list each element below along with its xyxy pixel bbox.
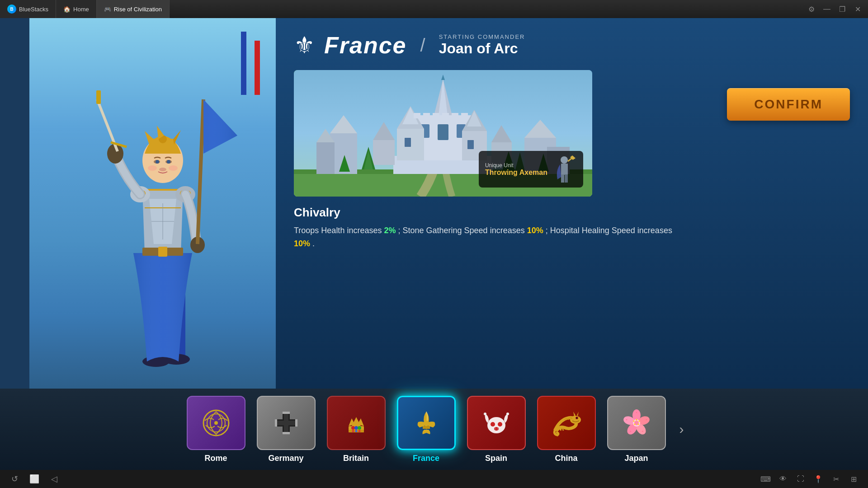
svg-rect-83: [276, 421, 296, 425]
bluestacks-tab-label: BlueStacks: [19, 6, 48, 13]
toolbar-left-controls: ↺ ⬜ ◁: [9, 474, 60, 484]
svg-point-120: [633, 420, 634, 422]
svg-rect-100: [423, 426, 430, 429]
svg-point-106: [497, 427, 499, 430]
svg-point-121: [634, 423, 635, 425]
ability-ending: .: [312, 239, 315, 248]
back-button[interactable]: ↺: [9, 474, 20, 484]
character-background: [29, 18, 296, 389]
svg-point-102: [491, 422, 495, 427]
svg-rect-57: [405, 138, 411, 147]
home-button[interactable]: ⬜: [29, 474, 40, 484]
svg-rect-53: [373, 140, 395, 165]
civ-label-france: France: [413, 454, 439, 463]
svg-point-71: [561, 156, 568, 164]
close-button[interactable]: ✕: [851, 3, 864, 15]
keyboard-icon[interactable]: ⌨: [760, 474, 771, 484]
svg-rect-85: [283, 432, 290, 434]
svg-rect-64: [461, 113, 468, 118]
eye-icon[interactable]: 👁: [778, 474, 788, 484]
china-emblem-icon: [551, 407, 582, 439]
minimize-button[interactable]: —: [820, 3, 834, 15]
window-controls: ⚙ — ❐ ✕: [805, 3, 868, 15]
civ-icon-rome: [187, 396, 245, 450]
civ-item-britain[interactable]: Britain: [325, 396, 388, 463]
city-and-info: Unique Unit Throwing Axeman: [294, 70, 713, 250]
more-civs-arrow[interactable]: ›: [679, 422, 684, 437]
confirm-area: CONFIRM: [727, 70, 850, 121]
tab-home[interactable]: 🏠 Home: [56, 0, 97, 18]
svg-point-24: [159, 168, 166, 171]
svg-rect-61: [433, 113, 439, 118]
fullscreen-icon[interactable]: ⛶: [795, 474, 806, 484]
civ-label-germany: Germany: [268, 454, 303, 463]
civ-item-spain[interactable]: Spain: [465, 396, 528, 463]
ability-stat2: 10%: [527, 226, 543, 235]
svg-point-79: [214, 421, 218, 425]
civ-label-rome: Rome: [204, 454, 227, 463]
unique-unit-badge: Unique Unit Throwing Axeman: [479, 151, 583, 188]
svg-point-97: [352, 430, 354, 432]
unique-unit-info: Unique Unit Throwing Axeman: [485, 162, 547, 177]
civ-item-france[interactable]: France: [395, 396, 458, 463]
civ-item-germany[interactable]: Germany: [255, 396, 318, 463]
bottom-toolbar: ↺ ⬜ ◁ ⌨ 👁 ⛶ 📍 ✂ ⊞: [0, 470, 868, 488]
britain-emblem-icon: [340, 407, 372, 439]
commander-name: Joan of Arc: [439, 40, 525, 57]
right-content: Unique Unit Throwing Axeman: [294, 70, 850, 250]
svg-point-93: [351, 426, 355, 430]
tab-bluestacks[interactable]: B BlueStacks: [0, 0, 56, 18]
ability-name: Chivalry: [294, 206, 713, 220]
civ-icon-germany: [257, 396, 316, 450]
svg-point-107: [484, 413, 486, 415]
header-divider: /: [420, 35, 425, 56]
character-joan-of-arc: [84, 72, 242, 389]
civ-item-rome[interactable]: Rome: [184, 396, 248, 463]
civ-label-britain: Britain: [343, 454, 369, 463]
location-icon[interactable]: 📍: [813, 474, 824, 484]
flag-red-decoration: [255, 41, 260, 95]
settings-button[interactable]: ⚙: [805, 3, 818, 15]
svg-rect-58: [467, 140, 474, 149]
svg-point-99: [358, 430, 360, 432]
svg-point-26: [169, 165, 178, 171]
grid-icon[interactable]: ⊞: [848, 474, 859, 484]
ability-connector2: ; Hospital Healing Speed increases: [546, 226, 672, 235]
svg-point-22: [156, 160, 159, 164]
tab-game[interactable]: 🎮 Rise of Civilization: [97, 0, 170, 18]
civ-label-japan: Japan: [624, 454, 648, 463]
rome-emblem-icon: [200, 407, 232, 439]
restore-button[interactable]: ❐: [835, 3, 849, 15]
svg-point-103: [498, 422, 502, 427]
nation-icon: ⚜: [294, 33, 315, 57]
svg-rect-59: [414, 113, 420, 118]
civ-item-japan[interactable]: Japan: [605, 396, 668, 463]
starting-commander-label: STARTING COMMANDER: [439, 33, 525, 40]
title-bar: B BlueStacks 🏠 Home 🎮 Rise of Civilizati…: [0, 0, 868, 18]
confirm-button[interactable]: CONFIRM: [727, 88, 850, 121]
civ-icon-japan: [607, 396, 666, 450]
svg-point-108: [506, 413, 509, 415]
ability-description: Troops Health increases 2% ; Stone Gathe…: [294, 224, 713, 250]
svg-line-15: [198, 99, 203, 244]
civ-item-china[interactable]: China: [535, 396, 598, 463]
nation-name: France: [324, 32, 407, 59]
svg-rect-86: [275, 419, 277, 427]
game-area: ⚜ France / STARTING COMMANDER Joan of Ar…: [0, 18, 868, 470]
svg-rect-14: [96, 90, 101, 104]
recent-apps-button[interactable]: ◁: [49, 474, 60, 484]
svg-point-98: [355, 430, 357, 432]
unit-figure-icon: [552, 155, 577, 184]
svg-point-95: [358, 426, 361, 430]
svg-point-25: [148, 165, 157, 171]
svg-rect-62: [442, 113, 449, 118]
home-tab-label: Home: [73, 6, 89, 13]
svg-rect-76: [565, 174, 568, 183]
scissors-icon[interactable]: ✂: [830, 474, 841, 484]
civ-label-china: China: [555, 454, 577, 463]
germany-emblem-icon: [270, 407, 302, 439]
svg-rect-75: [561, 174, 564, 183]
ability-connector1: ; Stone Gathering Speed increases: [398, 226, 524, 235]
svg-point-23: [167, 160, 170, 164]
svg-point-105: [494, 427, 496, 430]
